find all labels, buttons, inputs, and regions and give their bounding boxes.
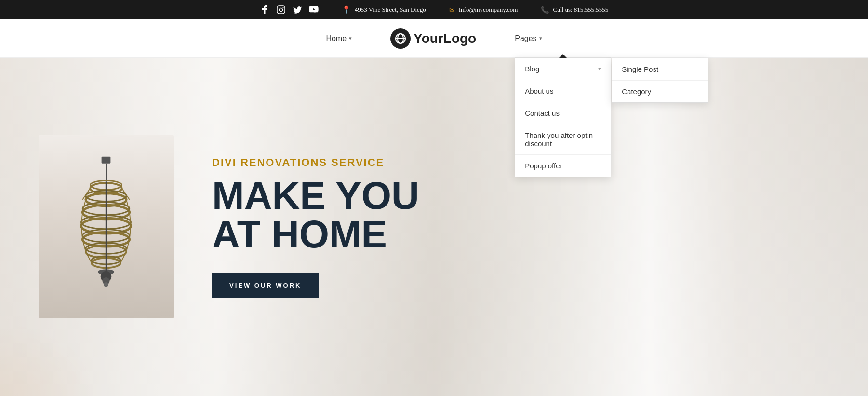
dropdown-item-contact[interactable]: Contact us <box>515 102 611 124</box>
blog-subdropdown: Single Post Category <box>612 58 708 103</box>
category-label: Category <box>622 87 651 96</box>
thankyou-label: Thank you after optin discount <box>525 131 601 148</box>
youtube-icon[interactable] <box>309 5 319 14</box>
location-icon: 📍 <box>342 5 351 14</box>
hero-title-line2: AT HOME <box>212 213 387 256</box>
address-item: 📍 4953 Vine Street, San Diego <box>342 5 426 14</box>
home-nav-link[interactable]: Home ▾ <box>326 34 352 43</box>
chandelier-svg <box>63 154 149 299</box>
home-label: Home <box>326 34 347 43</box>
svg-rect-0 <box>277 6 285 14</box>
bottom-flowers-decoration <box>0 323 96 396</box>
svg-point-1 <box>279 8 282 12</box>
hero-content: DIVI RENOVATIONS SERVICE MAKE YOU AT HOM… <box>0 135 868 318</box>
dropdown-item-single-post[interactable]: Single Post <box>612 58 708 81</box>
pages-label: Pages <box>515 34 536 43</box>
social-icons <box>260 5 319 14</box>
instagram-icon[interactable] <box>276 5 286 14</box>
pages-nav-link[interactable]: Pages ▾ <box>515 34 542 43</box>
email-icon: ✉ <box>449 6 455 14</box>
contact-label: Contact us <box>525 109 560 117</box>
svg-point-25 <box>104 282 108 287</box>
pages-chevron-icon: ▾ <box>539 35 542 41</box>
email-text: Info@mycompany.com <box>459 6 518 14</box>
popup-label: Popup offer <box>525 162 562 170</box>
phone-icon: 📞 <box>541 6 549 14</box>
svg-point-2 <box>282 7 283 8</box>
phone-text: Call us: 815.555.5555 <box>553 6 608 14</box>
top-bar: 📍 4953 Vine Street, San Diego ✉ Info@myc… <box>0 0 868 19</box>
facebook-icon[interactable] <box>260 5 269 14</box>
view-work-button[interactable]: VIEW OUR WORK <box>212 273 319 298</box>
home-chevron-icon: ▾ <box>349 35 352 41</box>
about-label: About us <box>525 87 553 95</box>
twitter-icon[interactable] <box>293 5 302 14</box>
svg-line-37 <box>86 252 92 263</box>
dropdown-item-blog[interactable]: Blog ▾ Single Post Category <box>515 58 611 80</box>
dropdown-item-popup[interactable]: Popup offer <box>515 155 611 177</box>
hero-title-line1: MAKE YOU <box>212 174 419 217</box>
hero-section: DIVI RENOVATIONS SERVICE MAKE YOU AT HOM… <box>0 58 868 396</box>
pages-nav-wrapper: Pages ▾ Blog ▾ Single Post Category <box>515 34 542 43</box>
pages-dropdown: Blog ▾ Single Post Category About us Con… <box>515 57 611 177</box>
address-text: 4953 Vine Street, San Diego <box>355 6 426 14</box>
site-logo[interactable]: YourLogo <box>390 28 476 49</box>
chandelier-image <box>39 135 174 318</box>
dropdown-blog-label: Blog <box>525 65 539 73</box>
svg-line-38 <box>120 252 126 263</box>
dropdown-item-thankyou[interactable]: Thank you after optin discount <box>515 124 611 155</box>
svg-rect-6 <box>102 157 111 164</box>
dropdown-item-category[interactable]: Category <box>612 81 708 102</box>
logo-icon <box>390 28 411 49</box>
hero-text: DIVI RENOVATIONS SERVICE MAKE YOU AT HOM… <box>212 156 829 298</box>
phone-item: 📞 Call us: 815.555.5555 <box>541 6 608 14</box>
logo-text: YourLogo <box>414 31 476 46</box>
navbar: Home ▾ YourLogo Pages ▾ Blog ▾ <box>0 19 868 58</box>
dropdown-item-about[interactable]: About us <box>515 80 611 102</box>
email-item: ✉ Info@mycompany.com <box>449 6 518 14</box>
blog-chevron-icon: ▾ <box>598 66 601 72</box>
single-post-label: Single Post <box>622 65 658 73</box>
hero-title: MAKE YOU AT HOME <box>212 177 829 254</box>
